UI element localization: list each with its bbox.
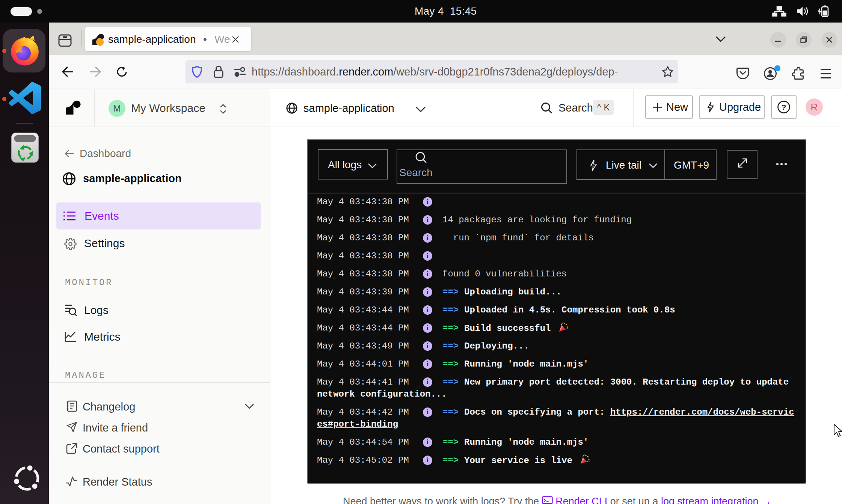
svg-text:?: ? <box>782 103 786 112</box>
